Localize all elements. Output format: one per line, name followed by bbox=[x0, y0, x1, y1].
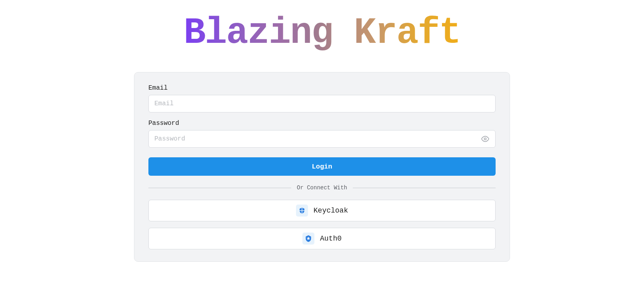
auth0-provider-label: Auth0 bbox=[320, 235, 342, 243]
email-label: Email bbox=[148, 84, 496, 92]
keycloak-provider-button[interactable]: Keycloak bbox=[148, 200, 496, 221]
password-label: Password bbox=[148, 120, 496, 127]
divider-line-left bbox=[148, 188, 291, 188]
keycloak-icon-box bbox=[296, 205, 308, 217]
password-input-wrapper bbox=[148, 130, 496, 148]
email-field-group: Email bbox=[148, 84, 496, 112]
auth0-icon-box bbox=[302, 233, 314, 245]
password-field-group: Password bbox=[148, 120, 496, 148]
password-input[interactable] bbox=[148, 130, 496, 148]
email-input-wrapper bbox=[148, 95, 496, 112]
keycloak-provider-label: Keycloak bbox=[314, 207, 348, 215]
svg-point-0 bbox=[484, 138, 486, 140]
svg-rect-2 bbox=[300, 210, 304, 211]
login-button[interactable]: Login bbox=[148, 157, 496, 176]
connect-with-divider: Or Connect With bbox=[148, 185, 496, 191]
toggle-password-visibility-button[interactable] bbox=[480, 133, 491, 145]
brand-title: Blazing Kraft bbox=[184, 12, 460, 54]
eye-icon bbox=[481, 135, 489, 143]
email-input[interactable] bbox=[148, 95, 496, 112]
divider-text: Or Connect With bbox=[291, 185, 353, 191]
auth0-provider-button[interactable]: Auth0 bbox=[148, 228, 496, 249]
divider-line-right bbox=[353, 188, 496, 188]
login-card: Email Password Login Or Connect With bbox=[134, 72, 510, 262]
keycloak-icon bbox=[298, 207, 306, 214]
auth0-icon bbox=[304, 235, 312, 243]
